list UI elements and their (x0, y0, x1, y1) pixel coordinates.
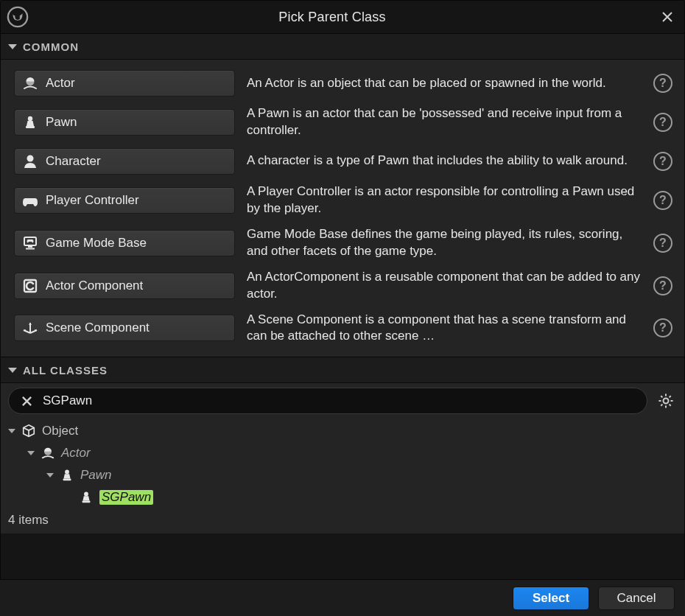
section-header-all-classes[interactable]: ALL CLASSES (1, 357, 684, 383)
class-description: A Scene Component is a component that ha… (247, 312, 642, 346)
class-description: A character is a type of Pawn that inclu… (247, 153, 642, 169)
class-button-label: Game Mode Base (46, 236, 147, 251)
search-input[interactable] (41, 393, 636, 409)
window-title: Pick Parent Class (7, 10, 658, 25)
actor-icon (22, 75, 38, 91)
class-button-game-mode-base[interactable]: Game Mode Base (14, 230, 235, 256)
tree-row-sgpawn[interactable]: SGPawn (8, 486, 677, 508)
common-row-actor-component: Actor Component An ActorComponent is a r… (1, 265, 684, 307)
tree-label: Pawn (80, 468, 112, 483)
help-button[interactable]: ? (653, 234, 672, 253)
game-mode-base-icon (22, 235, 38, 251)
footer: Select Cancel (0, 579, 685, 616)
common-row-character: Character A character is a type of Pawn … (1, 144, 684, 179)
tree-label: Actor (61, 446, 91, 461)
help-button[interactable]: ? (653, 113, 672, 132)
clear-search-button[interactable] (19, 393, 34, 408)
all-classes-section: ObjectActorPawnSGPawn 4 items (1, 383, 684, 533)
section-label-common: COMMON (23, 41, 79, 53)
tree-label: Object (42, 424, 78, 438)
pawn-icon (79, 490, 94, 505)
tree-row-object[interactable]: Object (8, 420, 677, 442)
common-row-pawn: Pawn A Pawn is an actor that can be 'pos… (1, 101, 684, 144)
item-count: 4 items (8, 513, 677, 528)
class-button-scene-component[interactable]: Scene Component (14, 315, 235, 341)
section-header-common[interactable]: COMMON (1, 33, 684, 60)
title-bar: Pick Parent Class (1, 1, 684, 33)
common-row-player-controller: Player Controller A Player Controller is… (1, 179, 684, 222)
class-tree: ObjectActorPawnSGPawn (8, 420, 677, 508)
search-row (8, 388, 677, 414)
class-button-label: Actor (46, 76, 75, 91)
gear-icon (658, 393, 674, 409)
class-button-actor[interactable]: Actor (14, 70, 235, 97)
select-button[interactable]: Select (513, 587, 589, 610)
section-label-all-classes: ALL CLASSES (23, 364, 108, 377)
tree-row-pawn[interactable]: Pawn (8, 464, 677, 486)
help-button[interactable]: ? (653, 74, 672, 93)
class-button-character[interactable]: Character (14, 148, 235, 175)
class-button-label: Player Controller (46, 193, 139, 208)
common-row-actor: Actor An Actor is an object that can be … (1, 66, 684, 101)
common-row-scene-component: Scene Component A Scene Component is a c… (1, 307, 684, 350)
tree-label: SGPawn (99, 490, 153, 505)
x-icon (21, 396, 32, 407)
class-description: An ActorComponent is a reusable componen… (247, 269, 642, 303)
class-button-actor-component[interactable]: Actor Component (14, 273, 235, 299)
class-description: A Pawn is an actor that can be 'possesse… (247, 105, 642, 139)
chevron-down-icon (27, 451, 35, 455)
class-button-label: Character (46, 154, 101, 169)
help-button[interactable]: ? (653, 276, 672, 295)
character-icon (22, 153, 38, 169)
tree-row-actor[interactable]: Actor (8, 442, 677, 464)
chevron-down-icon (46, 473, 54, 477)
class-description: An Actor is an object that can be placed… (247, 75, 642, 92)
search-box (8, 388, 647, 414)
class-button-player-controller[interactable]: Player Controller (14, 187, 235, 214)
actor-icon (41, 446, 55, 461)
common-row-game-mode-base: Game Mode Base Game Mode Base defines th… (1, 222, 684, 265)
class-button-pawn[interactable]: Pawn (14, 109, 235, 136)
class-button-label: Actor Component (46, 279, 143, 293)
object-icon (21, 424, 36, 438)
close-icon (661, 11, 673, 23)
player-controller-icon (22, 192, 38, 209)
actor-component-icon (22, 278, 38, 294)
scene-component-icon (22, 320, 38, 336)
class-description: Game Mode Base defines the game being pl… (247, 226, 642, 260)
common-section: Actor An Actor is an object that can be … (1, 60, 684, 357)
chevron-down-icon (8, 429, 15, 433)
pawn-icon (22, 114, 38, 130)
help-button[interactable]: ? (653, 191, 672, 210)
close-button[interactable] (658, 7, 677, 27)
cancel-button[interactable]: Cancel (598, 587, 675, 610)
chevron-down-icon (8, 368, 17, 373)
class-button-label: Scene Component (46, 321, 150, 335)
view-options-button[interactable] (655, 390, 677, 412)
class-description: A Player Controller is an actor responsi… (247, 183, 642, 217)
help-button[interactable]: ? (653, 152, 672, 171)
pawn-icon (60, 468, 74, 483)
chevron-down-icon (8, 44, 17, 49)
class-button-label: Pawn (46, 115, 77, 130)
help-button[interactable]: ? (653, 318, 672, 337)
